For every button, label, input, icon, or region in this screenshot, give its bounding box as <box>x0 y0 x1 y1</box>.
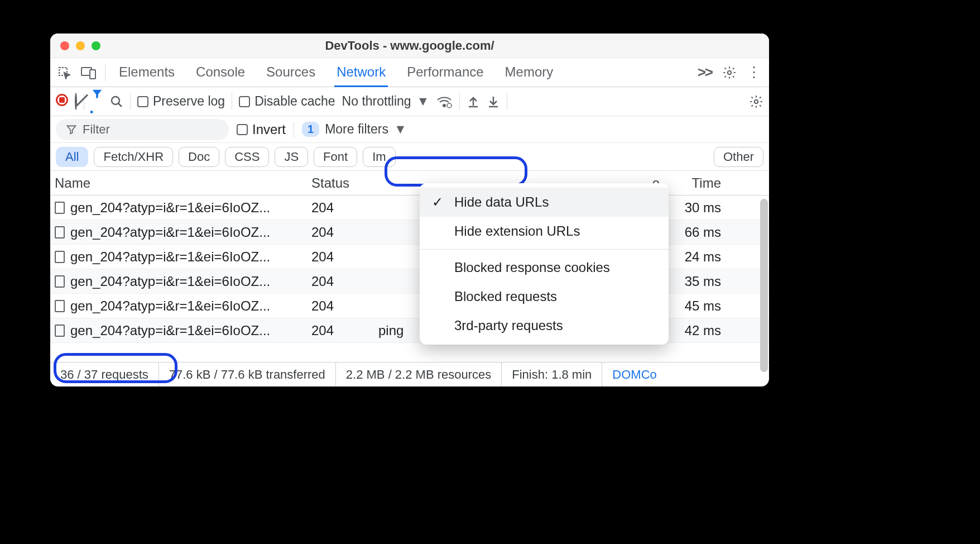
scrollbar[interactable] <box>760 199 768 372</box>
tab-network[interactable]: Network <box>334 58 388 87</box>
more-filters-dropdown[interactable]: 1 More filters ▼ <box>302 122 407 137</box>
checkbox-icon <box>239 96 250 107</box>
panel-tabs: Elements Console Sources Network Perform… <box>117 58 690 87</box>
record-button[interactable] <box>56 94 68 109</box>
invert-checkbox[interactable]: Invert <box>237 122 286 137</box>
request-status: 204 <box>307 298 374 314</box>
menu-blocked-response-cookies[interactable]: Blocked response cookies <box>420 253 669 282</box>
devtools-window: DevTools - www.google.com/ Elements Cons… <box>50 34 769 386</box>
kebab-menu-icon[interactable]: ⋮ <box>747 64 761 81</box>
svg-rect-2 <box>90 70 95 79</box>
checkbox-icon <box>137 96 148 107</box>
menu-blocked-requests[interactable]: Blocked requests <box>420 282 669 311</box>
divider <box>507 93 507 110</box>
invert-label: Invert <box>252 122 286 137</box>
more-filters-label: More filters <box>325 122 388 137</box>
pill-doc[interactable]: Doc <box>179 147 219 167</box>
tab-memory[interactable]: Memory <box>503 58 556 87</box>
throttling-select[interactable]: No throttling ▼ <box>342 94 430 109</box>
request-status: 204 <box>307 249 374 265</box>
device-toolbar-icon[interactable] <box>80 64 97 81</box>
menu-hide-data-urls[interactable]: ✓ Hide data URLs <box>420 188 669 217</box>
preserve-log-checkbox[interactable]: Preserve log <box>137 94 225 109</box>
request-time: 24 ms <box>664 249 726 265</box>
divider <box>84 93 84 110</box>
pill-img[interactable]: Im <box>363 147 395 167</box>
menu-3rd-party-requests[interactable]: 3rd-party requests <box>420 311 669 340</box>
status-domcontent: DOMCo <box>602 362 666 386</box>
pill-fetch-xhr[interactable]: Fetch/XHR <box>94 147 173 167</box>
request-name: gen_204?atyp=i&r=1&ei=6IoOZ... <box>70 274 270 289</box>
svg-point-4 <box>112 97 119 104</box>
request-name: gen_204?atyp=i&r=1&ei=6IoOZ... <box>70 200 270 216</box>
divider <box>232 93 232 110</box>
svg-point-5 <box>443 104 445 107</box>
settings-icon[interactable] <box>722 65 737 80</box>
request-status: 204 <box>307 200 374 216</box>
network-toolbar: Preserve log Disable cache No throttling… <box>50 87 769 116</box>
filter-toggle-icon[interactable] <box>91 88 103 116</box>
svg-point-6 <box>447 103 451 108</box>
pill-js[interactable]: JS <box>275 147 308 167</box>
col-time[interactable]: Time <box>664 175 726 191</box>
tab-sources[interactable]: Sources <box>264 58 318 87</box>
window-titlebar: DevTools - www.google.com/ <box>50 34 769 58</box>
filter-bar: Filter Invert 1 More filters ▼ <box>50 116 769 143</box>
download-har-icon[interactable] <box>487 94 500 109</box>
tab-elements[interactable]: Elements <box>117 58 177 87</box>
request-name: gen_204?atyp=i&r=1&ei=6IoOZ... <box>70 298 270 314</box>
file-icon <box>55 226 65 238</box>
request-type-pills: All Fetch/XHR Doc CSS JS Font Im Other <box>50 143 769 171</box>
request-time: 45 ms <box>664 298 726 314</box>
chevron-down-icon: ▼ <box>394 122 407 137</box>
col-status[interactable]: Status <box>307 175 374 191</box>
request-time: 42 ms <box>664 323 726 338</box>
more-tabs-icon[interactable]: >> <box>698 64 712 81</box>
menu-item-label: Blocked response cookies <box>454 260 610 275</box>
pill-all[interactable]: All <box>56 147 88 167</box>
tab-console[interactable]: Console <box>194 58 247 87</box>
pill-font[interactable]: Font <box>314 147 357 167</box>
menu-hide-extension-urls[interactable]: Hide extension URLs <box>420 217 669 246</box>
file-icon <box>55 325 65 337</box>
clear-button[interactable] <box>75 94 77 109</box>
disable-cache-checkbox[interactable]: Disable cache <box>239 94 335 109</box>
col-name[interactable]: Name <box>50 175 307 191</box>
request-name: gen_204?atyp=i&r=1&ei=6IoOZ... <box>70 323 270 338</box>
more-filters-menu: ✓ Hide data URLs Hide extension URLs Blo… <box>420 183 669 345</box>
file-icon <box>55 275 65 288</box>
main-tabbar: Elements Console Sources Network Perform… <box>50 58 769 87</box>
pill-css[interactable]: CSS <box>225 147 269 167</box>
request-name: gen_204?atyp=i&r=1&ei=6IoOZ... <box>70 249 270 265</box>
network-settings-icon[interactable] <box>749 94 763 109</box>
search-icon[interactable] <box>110 95 123 108</box>
menu-separator <box>420 249 669 250</box>
request-name: gen_204?atyp=i&r=1&ei=6IoOZ... <box>70 225 270 240</box>
tab-performance[interactable]: Performance <box>405 58 486 87</box>
divider <box>459 93 460 110</box>
divider <box>130 93 131 110</box>
menu-item-label: Hide data URLs <box>454 194 549 210</box>
pill-other[interactable]: Other <box>714 147 763 167</box>
request-time: 66 ms <box>664 225 726 240</box>
filter-input[interactable]: Filter <box>56 119 229 140</box>
menu-item-label: Hide extension URLs <box>454 223 580 239</box>
divider <box>294 122 294 137</box>
chevron-down-icon: ▼ <box>417 94 430 109</box>
divider <box>105 64 105 81</box>
status-resources: 2.2 MB / 2.2 MB resources <box>336 362 502 386</box>
file-icon <box>55 300 65 312</box>
network-conditions-icon[interactable] <box>436 94 453 109</box>
status-transferred: 77.6 kB / 77.6 kB transferred <box>159 362 336 386</box>
file-icon <box>55 251 65 263</box>
inspect-element-icon[interactable] <box>56 64 73 81</box>
upload-har-icon[interactable] <box>467 94 480 109</box>
status-bar: 36 / 37 requests 77.6 kB / 77.6 kB trans… <box>50 362 769 386</box>
preserve-log-label: Preserve log <box>153 94 225 109</box>
throttling-value: No throttling <box>342 94 411 109</box>
filter-placeholder: Filter <box>83 122 110 137</box>
svg-point-3 <box>728 70 732 74</box>
request-time: 35 ms <box>664 274 726 289</box>
check-icon: ✓ <box>432 194 445 210</box>
request-status: 204 <box>307 225 374 240</box>
